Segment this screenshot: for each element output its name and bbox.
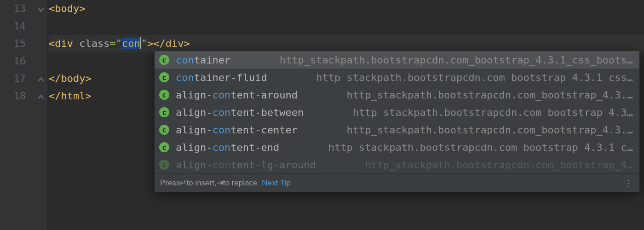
class-badge-icon: c [159,125,169,135]
completion-label: align-content-center [176,124,298,136]
line-number: 18 [0,87,36,105]
completion-label: align-content-around [176,89,298,101]
class-badge-icon: c [159,142,169,152]
line-number: 15 [0,35,36,52]
completion-item[interactable]: calign-content-endhttp_stackpath.bootstr… [155,138,639,156]
footer-text: Press [160,178,180,188]
completion-source: http_stackpath.bootstrapcdn.com_bootstra… [279,142,633,153]
equals: = [109,38,115,49]
completion-label: container-fluid [176,72,267,83]
completion-source: http_stackpath.bootstrapcdn.com_bootstra… [316,159,633,171]
code-line-active[interactable]: <div class="con"></div> [49,35,644,52]
fold-close-icon[interactable] [37,75,45,83]
completion-popup[interactable]: ccontainerhttp_stackpath.bootstrapcdn.co… [154,51,640,192]
tag-div-close: ></div> [147,38,190,49]
class-badge-icon: c [159,90,169,100]
code-line[interactable] [49,17,644,35]
completion-source: http_stackpath.bootstrapcdn.com_bootstra… [304,107,633,118]
class-badge-icon: c [159,72,169,82]
completion-source: http_stackpath.bootstrapcdn.com_bootstra… [298,89,633,101]
completion-item[interactable]: calign-content-lg-aroundhttp_stackpath.b… [155,156,639,173]
fold-close-icon[interactable] [37,92,45,100]
fold-column [36,0,47,230]
tag-body-open: <body> [49,3,85,14]
gutter: 13 14 15 16 17 18 [0,0,36,230]
class-badge-icon: c [159,107,169,117]
completion-source: http_stackpath.bootstrapcdn.com_bootstra… [298,124,633,136]
fold-open-icon[interactable] [37,5,45,13]
completion-label: align-content-between [176,107,304,118]
class-badge-icon: c [159,55,169,65]
completion-label: container [176,54,230,66]
more-options-icon[interactable]: ⋮ [625,178,634,188]
tag-body-close: </body> [49,73,92,84]
completion-footer: Press ↵ to insert, ⇥ to replace Next Tip… [155,173,639,192]
completion-source: http_stackpath.bootstrapcdn.com_bootstra… [230,54,633,66]
completion-list[interactable]: ccontainerhttp_stackpath.bootstrapcdn.co… [155,51,639,173]
code-editor[interactable]: 13 14 15 16 17 18 <body> <div class="con… [0,0,644,230]
string-rest: " [141,38,147,49]
class-badge-icon: c [159,160,169,170]
completion-item[interactable]: calign-content-aroundhttp_stackpath.boot… [155,86,639,104]
line-number: 16 [0,52,36,70]
tab-key-icon: ⇥ [217,178,223,188]
attr-class: class [79,38,109,49]
quote: " [116,38,122,49]
completion-item[interactable]: calign-content-centerhttp_stackpath.boot… [155,121,639,138]
tag-html-close: </html> [49,90,92,102]
footer-text: to insert, [186,178,216,188]
code-area[interactable]: <body> <div class="con"></div> </body> <… [47,0,644,230]
completion-label: align-content-lg-around [176,159,316,171]
next-tip-link[interactable]: Next Tip [262,178,290,188]
completion-item[interactable]: calign-content-betweenhttp_stackpath.boo… [155,104,639,121]
line-number: 13 [0,0,36,17]
code-line[interactable]: <body> [49,0,644,17]
footer-text: to replace [223,178,258,188]
tag-div-open: <div [49,38,79,49]
completion-item[interactable]: ccontainer-fluidhttp_stackpath.bootstrap… [155,69,639,86]
completion-source: http_stackpath.bootstrapcdn.com_bootstra… [267,72,633,83]
typed-text: con [122,38,140,49]
completion-item[interactable]: ccontainerhttp_stackpath.bootstrapcdn.co… [155,51,639,69]
line-number: 14 [0,17,36,35]
line-number: 17 [0,70,36,87]
enter-key-icon: ↵ [180,178,186,188]
completion-label: align-content-end [176,142,279,153]
